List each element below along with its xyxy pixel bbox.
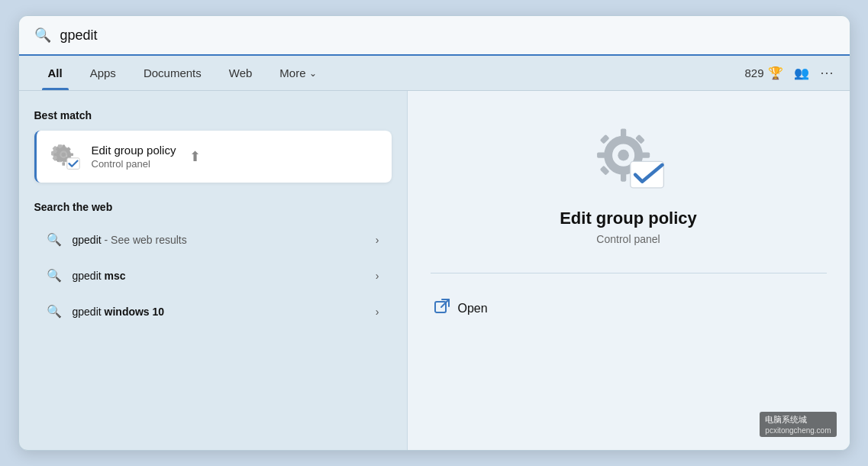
web-result-text-0: gpedit - See web results [73, 234, 365, 246]
best-match-item[interactable]: Edit group policy Control panel ⬆ [34, 131, 392, 183]
detail-icon-wrap [590, 121, 666, 190]
web-result-arrow-1: › [376, 270, 379, 282]
web-search-icon-2: 🔍 [47, 304, 62, 319]
best-match-icon [50, 141, 81, 172]
tab-all[interactable]: All [34, 56, 76, 90]
search-bar: 🔍 gpedit [19, 16, 850, 56]
score-item[interactable]: 829 🏆 [744, 66, 783, 80]
people-item[interactable]: 👥 [794, 66, 809, 80]
tab-more[interactable]: More ⌄ [266, 56, 330, 90]
web-result-item-1[interactable]: 🔍 gpedit msc › [34, 258, 392, 293]
web-result-arrow-2: › [376, 306, 379, 318]
search-input[interactable]: gpedit [60, 28, 834, 44]
svg-rect-4 [53, 153, 57, 156]
tabs-left: All Apps Documents Web More ⌄ [34, 56, 331, 90]
tab-apps[interactable]: Apps [76, 56, 130, 90]
open-external-icon [434, 298, 450, 319]
web-result-text-1: gpedit msc [73, 270, 365, 282]
score-value: 829 [744, 66, 763, 79]
svg-rect-2 [62, 145, 65, 149]
dots-icon: ··· [820, 65, 834, 81]
trophy-icon: 🏆 [768, 66, 783, 80]
tab-web[interactable]: Web [215, 56, 266, 90]
people-icon: 👥 [794, 66, 809, 80]
svg-point-1 [61, 153, 65, 157]
best-match-name: Edit group policy [92, 144, 176, 157]
left-panel: Best match [19, 91, 407, 450]
search-container: 🔍 gpedit All Apps Documents Web More ⌄ 8… [18, 15, 850, 451]
svg-rect-3 [62, 162, 65, 166]
svg-rect-16 [641, 152, 650, 157]
web-search-title: Search the web [34, 201, 392, 213]
tabs-right: 829 🏆 👥 ··· [744, 65, 834, 81]
detail-subtitle: Control panel [596, 233, 660, 245]
tabs-bar: All Apps Documents Web More ⌄ 829 🏆 👥 [19, 56, 850, 91]
open-label: Open [458, 302, 488, 316]
svg-point-12 [618, 149, 629, 160]
search-icon: 🔍 [34, 27, 51, 44]
detail-title: Edit group policy [560, 209, 697, 228]
web-result-text-2: gpedit windows 10 [73, 306, 365, 318]
svg-rect-14 [621, 173, 626, 181]
best-match-title: Best match [34, 109, 392, 121]
svg-rect-5 [69, 153, 73, 156]
cursor-icon: ⬆ [189, 148, 201, 165]
open-button[interactable]: Open [431, 292, 827, 325]
best-match-text: Edit group policy Control panel [92, 144, 176, 170]
tab-documents[interactable]: Documents [130, 56, 215, 90]
web-result-item-0[interactable]: 🔍 gpedit - See web results › [34, 222, 392, 257]
best-match-subtitle: Control panel [92, 158, 176, 170]
web-results-list: 🔍 gpedit - See web results › 🔍 gpedit ms… [34, 222, 392, 328]
svg-rect-17 [600, 134, 610, 144]
right-panel: Edit group policy Control panel Open [407, 91, 850, 450]
more-options-button[interactable]: ··· [820, 65, 834, 81]
divider [431, 273, 827, 273]
web-result-item-2[interactable]: 🔍 gpedit windows 10 › [34, 294, 392, 328]
main-content: Best match [19, 91, 850, 450]
web-result-arrow-0: › [376, 234, 379, 246]
web-search-icon-0: 🔍 [47, 232, 62, 247]
chevron-down-icon: ⌄ [309, 68, 317, 79]
svg-rect-15 [597, 152, 605, 157]
svg-rect-13 [621, 128, 626, 137]
web-search-icon-1: 🔍 [47, 268, 62, 283]
